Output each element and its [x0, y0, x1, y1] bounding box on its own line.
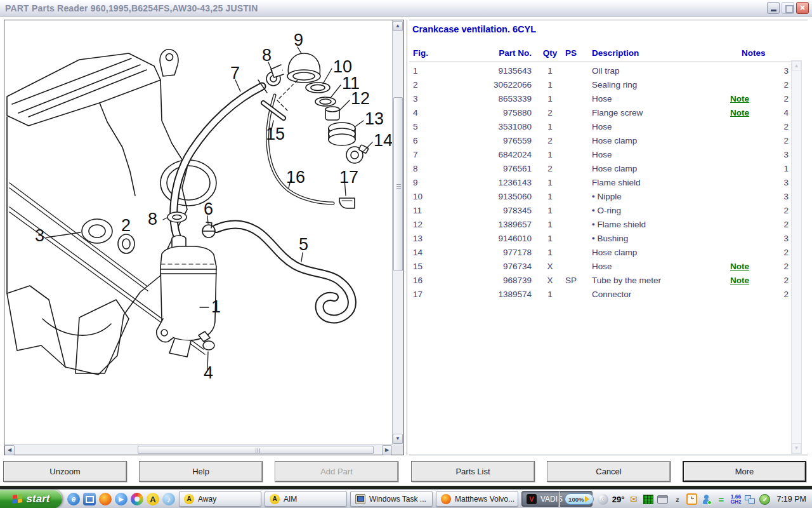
clock: 7:19 PM [776, 495, 806, 504]
messenger-icon[interactable] [701, 494, 712, 505]
cell-part-no: 9146010 [447, 232, 532, 246]
diagram-callout: 1 [211, 297, 221, 316]
cell-part-no: 978345 [447, 204, 532, 218]
parts-list-button[interactable]: Parts List [411, 461, 535, 482]
task-button[interactable]: AAIM [265, 491, 347, 507]
mail-icon[interactable]: ✉ [628, 494, 639, 505]
clock-app-icon[interactable] [686, 494, 697, 505]
task-button-label: Windows Task ... [369, 495, 426, 504]
cell-description: Hose clamp [592, 162, 637, 176]
note-link[interactable]: Note [730, 92, 749, 106]
cell-description: • Flame shield [592, 218, 646, 232]
task-button[interactable]: Windows Task ... [350, 491, 433, 507]
cell-fig: 12 [413, 218, 422, 232]
task-buttons: AAwayAAIMWindows Task ...Matthews Volvo.… [179, 491, 593, 507]
cell-description: • Bushing [592, 232, 628, 246]
chevron-left-icon[interactable]: ‹ [598, 494, 608, 505]
note-link[interactable]: Note [730, 274, 749, 288]
cell-notes: 2 [764, 78, 789, 92]
itunes-icon[interactable]: ♪ [162, 493, 175, 505]
cell-notes: 4 [764, 106, 789, 120]
volume-badge[interactable]: 100% [565, 493, 594, 505]
diagram-callout: 3 [35, 226, 44, 245]
diagram-callout: 7 [230, 64, 240, 83]
cell-notes: 2 [764, 120, 789, 134]
vertical-scroll-thumb[interactable] [393, 97, 403, 271]
temperature-badge[interactable]: 29° [612, 495, 625, 504]
cell-fig: 8 [413, 162, 418, 176]
title-bar[interactable]: PART Parts Reader 960,1995,B6254FS,AW30-… [0, 0, 812, 17]
cell-description: Tube by the meter [592, 274, 661, 288]
task-button[interactable]: Matthews Volvo... [436, 491, 518, 507]
windows-flag-icon [13, 494, 23, 505]
diagram-horizontal-scrollbar[interactable]: ◀ ▶ [4, 444, 392, 455]
cell-fig: 16 [413, 274, 422, 288]
unzoom-button[interactable]: Unzoom [3, 461, 127, 482]
app-window-icon[interactable] [83, 493, 96, 505]
cell-part-no: 976734 [447, 260, 532, 274]
tray-divider [558, 491, 560, 507]
cpu-speed-badge[interactable]: 1.66GHz [730, 494, 741, 505]
cell-qty: 2 [539, 134, 561, 148]
quick-launch: e▶A♪ [67, 492, 181, 506]
diagram-callout: 8 [148, 210, 157, 229]
minimize-button[interactable] [767, 2, 780, 14]
start-button[interactable]: start [0, 490, 62, 508]
maximize-button[interactable] [782, 2, 794, 14]
cell-notes: 2 [764, 134, 789, 148]
header-ps: PS [565, 48, 577, 58]
taskbar: start e▶A♪ AAwayAAIMWindows Task ...Matt… [0, 489, 812, 508]
cell-notes: 3 [764, 232, 789, 246]
scroll-up-arrow-icon[interactable]: ▲ [792, 61, 801, 71]
aim-icon[interactable]: A [147, 493, 159, 505]
more-button[interactable]: More [683, 461, 806, 482]
cell-notes: 2 [764, 204, 789, 218]
cell-description: Hose [592, 148, 612, 162]
battery-icon[interactable]: = [716, 494, 726, 505]
note-link[interactable]: Note [730, 106, 749, 120]
note-link[interactable]: Note [730, 260, 749, 274]
firefox-icon[interactable] [99, 493, 112, 505]
diagram-callout: 9 [294, 30, 303, 50]
cell-description: Hose [592, 120, 612, 134]
cell-fig: 14 [413, 246, 422, 260]
diagram-vertical-scrollbar[interactable]: ▲ ▼ [392, 20, 403, 444]
table-row: 912361431Flame shield3 [409, 176, 790, 190]
window-title: PART Parts Reader 960,1995,B6254FS,AW30-… [5, 3, 258, 13]
printer-icon[interactable] [657, 494, 668, 505]
parts-table-panel: Crankcase ventilation. 6CYL Fig. Part No… [409, 20, 808, 455]
zonealarm-icon[interactable]: ▲Z [672, 494, 683, 505]
pinwheel-icon[interactable] [131, 493, 143, 505]
grid-icon[interactable] [643, 494, 653, 505]
cell-qty: 1 [539, 246, 561, 260]
scroll-down-arrow-icon[interactable]: ▼ [792, 443, 801, 453]
scroll-left-arrow-icon[interactable]: ◀ [4, 445, 15, 455]
cell-part-no: 975880 [447, 106, 532, 120]
speaker-icon [585, 496, 589, 502]
table-row: 1091350601• Nipple3 [409, 190, 790, 204]
diagram-panel: 98710111213141516178623514 ▲ ▼ ◀ ▶ [4, 20, 404, 455]
scroll-right-arrow-icon[interactable]: ▶ [382, 445, 392, 455]
vadis-icon: V [527, 494, 537, 504]
shield-icon[interactable] [759, 494, 770, 505]
table-row: 768420241Hose3 [409, 148, 790, 162]
ie-icon[interactable]: e [67, 493, 80, 505]
close-button[interactable]: × [796, 2, 809, 14]
table-vertical-scrollbar[interactable]: ▲ ▼ [791, 60, 802, 454]
media-player-icon[interactable]: ▶ [115, 493, 128, 505]
panel-title: Crankcase ventilation. 6CYL [412, 24, 536, 34]
scroll-up-arrow-icon[interactable]: ▲ [393, 21, 403, 31]
diagram-callout: 8 [262, 46, 272, 65]
table-row: 16968739XSPTube by the meterNote2 [409, 274, 790, 288]
table-row: 69765592Hose clamp2 [409, 134, 790, 148]
network-icon[interactable] [745, 494, 756, 505]
header-fig: Fig. [413, 48, 428, 58]
horizontal-scroll-thumb[interactable] [138, 446, 374, 454]
help-button[interactable]: Help [139, 461, 263, 482]
cancel-button[interactable]: Cancel [547, 461, 671, 482]
cell-notes: 2 [764, 92, 789, 106]
task-button[interactable]: AAway [179, 491, 261, 507]
cell-part-no: 976559 [447, 134, 532, 148]
cell-fig: 2 [413, 78, 418, 92]
scroll-down-arrow-icon[interactable]: ▼ [393, 434, 403, 444]
